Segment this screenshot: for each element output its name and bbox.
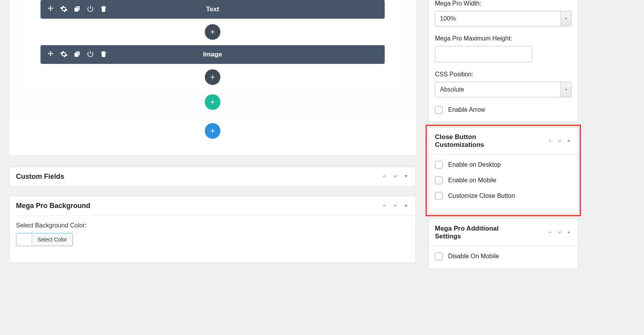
enable-desktop-checkbox[interactable] bbox=[435, 161, 443, 169]
panel-title: Mega Pro Background bbox=[16, 202, 90, 210]
add-row-button[interactable] bbox=[205, 123, 220, 139]
enable-mobile-checkbox[interactable] bbox=[435, 176, 443, 184]
triangle-down-icon[interactable] bbox=[403, 173, 409, 180]
disable-mobile-label: Disable On Mobile bbox=[448, 253, 499, 260]
chevron-up-icon[interactable] bbox=[381, 202, 387, 210]
svg-point-0 bbox=[114, 8, 114, 9]
triangle-up-icon[interactable] bbox=[566, 229, 572, 236]
width-select[interactable]: 100% bbox=[435, 11, 572, 26]
caret-down-icon bbox=[560, 11, 571, 26]
duplicate-icon[interactable] bbox=[73, 5, 81, 14]
width-label: Mega Pro Width: bbox=[435, 0, 572, 7]
maxheight-input[interactable] bbox=[435, 46, 532, 62]
chevron-up-icon[interactable] bbox=[547, 138, 553, 145]
custom-fields-panel: Custom Fields bbox=[9, 167, 416, 187]
close-button-customizations-panel: Close Button Customizations Enable on De… bbox=[428, 127, 578, 213]
duplicate-icon[interactable] bbox=[73, 50, 81, 59]
customize-close-label: Customize Close Button bbox=[448, 192, 515, 199]
enable-mobile-label: Enable on Mobile bbox=[448, 177, 496, 184]
triangle-up-icon[interactable] bbox=[566, 138, 572, 145]
trash-icon[interactable] bbox=[100, 50, 107, 59]
cssposition-value: Absolute bbox=[435, 82, 560, 97]
select-color-label: Select Color bbox=[32, 233, 72, 246]
mega-pro-additional-settings-panel: Mega Pro Additional Settings Disable On … bbox=[428, 219, 578, 269]
add-widget-button[interactable] bbox=[205, 24, 220, 40]
cssposition-label: CSS Position: bbox=[435, 71, 572, 78]
svg-point-4 bbox=[114, 54, 114, 54]
svg-point-5 bbox=[114, 54, 114, 55]
chevron-up-icon[interactable] bbox=[381, 173, 387, 180]
plus-icon bbox=[209, 127, 216, 134]
caret-down-icon bbox=[560, 82, 571, 97]
mega-pro-background-panel: Mega Pro Background Select Background Co… bbox=[9, 196, 416, 263]
bg-color-label: Select Background Color: bbox=[16, 222, 409, 229]
plus-icon bbox=[209, 74, 216, 81]
chevron-up-icon[interactable] bbox=[547, 229, 553, 236]
chevron-down-icon[interactable] bbox=[557, 138, 562, 145]
power-icon[interactable] bbox=[86, 5, 94, 14]
svg-point-2 bbox=[114, 9, 114, 9]
svg-point-3 bbox=[114, 53, 114, 54]
disable-mobile-checkbox[interactable] bbox=[435, 252, 443, 260]
more-icon[interactable] bbox=[113, 50, 114, 59]
panel-title: Close Button Customizations bbox=[435, 133, 513, 149]
enable-arrow-checkbox[interactable] bbox=[435, 106, 443, 114]
power-icon[interactable] bbox=[86, 50, 94, 59]
plus-icon bbox=[209, 99, 216, 106]
enable-arrow-label: Enable Arrow bbox=[448, 106, 485, 113]
trash-icon[interactable] bbox=[100, 5, 107, 14]
enable-desktop-label: Enable on Desktop bbox=[448, 161, 501, 168]
move-icon[interactable] bbox=[47, 50, 55, 59]
more-icon[interactable] bbox=[113, 5, 114, 14]
cssposition-select[interactable]: Absolute bbox=[435, 82, 572, 97]
chevron-down-icon[interactable] bbox=[392, 173, 398, 180]
triangle-up-icon[interactable] bbox=[403, 202, 409, 210]
chevron-down-icon[interactable] bbox=[392, 202, 398, 210]
select-color-button[interactable]: Select Color bbox=[16, 233, 73, 246]
plus-icon bbox=[209, 28, 216, 35]
svg-point-1 bbox=[114, 9, 114, 9]
panel-title: Custom Fields bbox=[16, 173, 64, 181]
customize-close-checkbox[interactable] bbox=[435, 192, 443, 200]
add-widget-button[interactable] bbox=[205, 69, 220, 85]
widget-text-bar[interactable]: Text bbox=[40, 0, 385, 19]
gear-icon[interactable] bbox=[60, 50, 68, 59]
panel-title: Mega Pro Additional Settings bbox=[435, 225, 513, 240]
gear-icon[interactable] bbox=[60, 5, 68, 14]
add-column-button[interactable] bbox=[205, 94, 220, 110]
color-swatch bbox=[16, 233, 32, 246]
mega-pro-settings-panel: Mega Pro Width: 100% Mega Pro Maximum He… bbox=[428, 0, 578, 122]
chevron-down-icon[interactable] bbox=[557, 229, 562, 236]
width-value: 100% bbox=[435, 11, 560, 26]
move-icon[interactable] bbox=[47, 5, 55, 14]
widget-image-bar[interactable]: Image bbox=[40, 45, 385, 64]
maxheight-label: Mega Pro Maximum Height: bbox=[435, 35, 572, 42]
